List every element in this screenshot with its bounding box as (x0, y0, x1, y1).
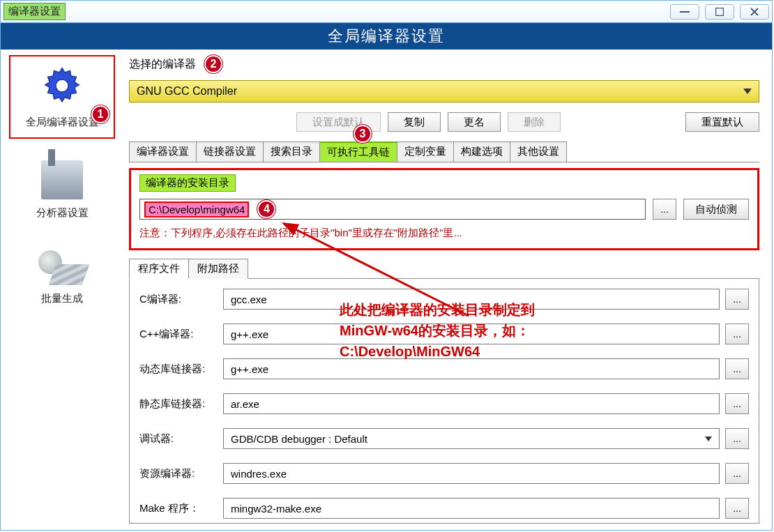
rename-button[interactable]: 更名 (448, 112, 501, 132)
delete-button[interactable]: 删除 (508, 112, 561, 132)
c-compiler-label: C编译器: (139, 293, 218, 306)
dynlink-input[interactable]: g++.exe (223, 358, 720, 379)
window-title: 编译器设置 (3, 3, 66, 20)
sidebar-item-label: 分析器设置 (1, 206, 123, 220)
res-compiler-browse[interactable]: ... (725, 463, 749, 484)
install-note: 注意：下列程序,必须存在此路径的子目录"bin"里或存在"附加路径"里... (139, 227, 749, 240)
profiler-icon (41, 160, 83, 199)
statlink-label: 静态库链接器: (139, 397, 218, 411)
tab-toolchain[interactable]: 可执行工具链 (319, 142, 397, 162)
gear-icon (10, 63, 114, 110)
subtabs: 程序文件 附加路径 (129, 259, 759, 279)
install-dir-label: 编译器的安装目录 (139, 174, 236, 192)
chevron-down-icon (705, 436, 712, 441)
make-label: Make 程序： (139, 502, 218, 515)
annotation-badge-4: 4 (257, 200, 275, 218)
copy-button[interactable]: 复制 (388, 112, 441, 132)
tab-build-options[interactable]: 构建选项 (453, 142, 510, 162)
sidebar-item-global-compiler[interactable]: 全局编译器设置 (9, 55, 115, 139)
compiler-value: GNU GCC Compiler (137, 85, 237, 98)
c-compiler-input[interactable]: gcc.exe (223, 289, 720, 310)
tab-compiler-settings[interactable]: 编译器设置 (129, 142, 197, 162)
res-compiler-label: 资源编译器: (139, 467, 218, 480)
res-compiler-input[interactable]: windres.exe (223, 463, 720, 484)
browse-button[interactable]: ... (653, 199, 676, 220)
debugger-select[interactable]: GDB/CDB debugger : Default (223, 428, 720, 449)
main-panel: 选择的编译器 2 GNU GCC Compiler 设置成默认 复制 更名 删除… (123, 50, 772, 530)
subtab-programs[interactable]: 程序文件 (129, 259, 189, 279)
statlink-browse[interactable]: ... (725, 393, 749, 414)
dynlink-browse[interactable]: ... (725, 358, 749, 379)
debugger-label: 调试器: (139, 432, 218, 446)
programs-panel: C编译器: gcc.exe ... C++编译器: g++.exe ... 动态… (129, 278, 759, 524)
minimize-button[interactable] (670, 4, 699, 20)
titlebar: 编译器设置 (1, 1, 772, 23)
cpp-compiler-label: C++编译器: (139, 328, 218, 341)
cpp-compiler-input[interactable]: g++.exe (223, 324, 720, 344)
reset-button[interactable]: 重置默认 (685, 112, 759, 132)
annotation-badge-1: 1 (91, 105, 109, 123)
maximize-button[interactable] (705, 4, 734, 20)
sidebar-item-profiler[interactable]: 分析器设置 (1, 151, 123, 229)
annotation-badge-2: 2 (204, 55, 222, 73)
make-browse[interactable]: ... (725, 498, 749, 519)
svg-rect-0 (680, 11, 690, 13)
dynlink-label: 动态库链接器: (139, 363, 218, 376)
chevron-down-icon (743, 89, 752, 94)
make-input[interactable]: mingw32-make.exe (223, 498, 720, 519)
tab-custom-vars[interactable]: 定制变量 (397, 142, 454, 162)
compiler-select[interactable]: GNU GCC Compiler (129, 80, 759, 102)
install-dir-group: 编译器的安装目录 C:\Develop\mingw64 4 ... 自动侦测 注… (129, 168, 759, 250)
batch-icon (38, 250, 86, 285)
sidebar-item-label: 批量生成 (1, 292, 123, 305)
svg-rect-1 (716, 8, 724, 15)
tabs: 编译器设置 链接器设置 搜索目录 可执行工具链 定制变量 构建选项 其他设置 (129, 142, 759, 162)
install-path-value: C:\Develop\mingw64 (146, 203, 248, 216)
window: 编译器设置 全局编译器设置 全局编译器设置 分析器设置 批量生成 (0, 0, 773, 531)
tab-linker-settings[interactable]: 链接器设置 (196, 142, 264, 162)
auto-detect-button[interactable]: 自动侦测 (683, 199, 749, 220)
window-controls (670, 4, 769, 20)
close-button[interactable] (740, 4, 769, 20)
banner-title: 全局编译器设置 (1, 23, 772, 50)
subtab-extra-paths[interactable]: 附加路径 (188, 259, 248, 279)
install-path-input[interactable]: C:\Develop\mingw64 4 (139, 199, 646, 220)
tab-search-dirs[interactable]: 搜索目录 (263, 142, 320, 162)
cpp-compiler-browse[interactable]: ... (725, 324, 749, 344)
sidebar-item-batch[interactable]: 批量生成 (1, 241, 123, 314)
compiler-label: 选择的编译器 (129, 57, 196, 72)
tab-other[interactable]: 其他设置 (510, 142, 567, 162)
c-compiler-browse[interactable]: ... (725, 289, 749, 310)
statlink-input[interactable]: ar.exe (223, 393, 720, 414)
svg-point-4 (56, 79, 68, 92)
debugger-browse[interactable]: ... (725, 428, 749, 449)
annotation-badge-3: 3 (354, 125, 372, 143)
